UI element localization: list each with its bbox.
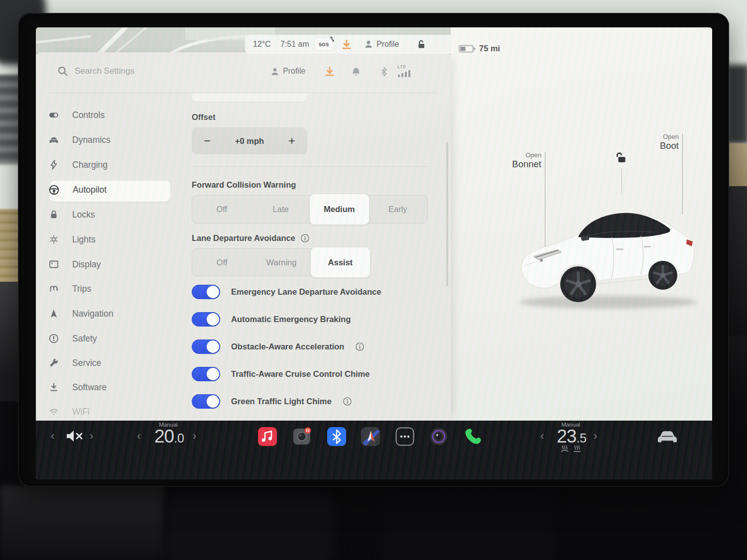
touchscreen-display: 12°C 7:51 am sos Profile [36, 27, 712, 479]
offset-increase-button[interactable]: + [276, 134, 307, 148]
header-update-icon[interactable] [324, 66, 336, 78]
notifications-bell-icon[interactable] [351, 66, 362, 77]
toggle-row: Traffic-Aware Cruise Control Chime [192, 366, 370, 381]
open-boot-small: Open [620, 133, 679, 140]
offset-decrease-button[interactable]: − [192, 134, 223, 148]
tacc-chime-toggle[interactable] [192, 367, 220, 381]
cabin-floor [0, 485, 164, 560]
open-bonnet-small: Open [481, 151, 541, 159]
more-apps-icon[interactable] [395, 427, 415, 447]
status-bar: 12°C 7:51 am sos Profile [245, 35, 451, 54]
settings-scrollbar[interactable] [446, 142, 448, 286]
sidebar-item-service[interactable]: Service [36, 353, 193, 373]
fcw-option-late[interactable]: Late [251, 196, 311, 223]
navigation-arrow-icon [48, 308, 59, 319]
toggle-knob [207, 340, 219, 353]
music-app-icon[interactable] [257, 427, 277, 447]
passenger-temp-down-chevron[interactable]: ‹ [540, 431, 544, 442]
vehicle-controls-icon[interactable] [655, 428, 679, 445]
toggle-knob [207, 313, 219, 326]
driver-temp-value[interactable]: 20.0 [149, 426, 189, 447]
scrolled-control-partial[interactable] [192, 93, 308, 102]
driver-temp-up-chevron[interactable]: › [193, 431, 196, 442]
driver-temp-down-chevron[interactable]: ‹ [137, 431, 140, 442]
green-light-chime-info-icon[interactable] [343, 397, 352, 406]
open-boot-button[interactable]: Open Boot [620, 133, 679, 151]
sidebar-item-label: Dynamics [72, 135, 111, 145]
software-update-icon[interactable] [341, 39, 353, 51]
sidebar-item-label: Navigation [72, 309, 114, 319]
sidebar-item-software[interactable]: Software [36, 377, 193, 397]
steering-wheel-icon [48, 184, 60, 196]
green-light-chime-toggle[interactable] [192, 394, 220, 409]
profile-menu[interactable]: Profile [376, 35, 399, 54]
toggle-label: Emergency Lane Departure Avoidance [231, 287, 381, 297]
sidebar-item-controls[interactable]: Controls [36, 105, 193, 125]
bluetooth-status-icon[interactable] [378, 66, 389, 77]
passenger-temp-value[interactable]: 23.5 [552, 426, 592, 447]
sidebar-item-charging[interactable]: Charging [36, 155, 193, 175]
passenger-temp-up-chevron[interactable]: › [594, 431, 597, 442]
volume-muted-icon[interactable] [64, 427, 84, 445]
lda-segmented-control: Off Warning Assist [192, 248, 370, 276]
navigation-app-icon[interactable] [361, 427, 380, 447]
header-profile-button[interactable]: Profile [283, 67, 305, 76]
car-unlocked-icon[interactable] [614, 151, 628, 165]
lights-icon [48, 234, 59, 245]
seat-silhouette-right [378, 489, 558, 560]
obstacle-aware-acceleration-toggle[interactable] [192, 339, 220, 354]
sidebar-item-label: Autopilot [73, 185, 107, 195]
sidebar-item-navigation[interactable]: Navigation [36, 304, 193, 324]
lte-label: LTE [397, 64, 417, 69]
sidebar-item-label: Display [72, 259, 101, 270]
toggle-label: Automatic Emergency Braking [231, 315, 351, 324]
sidebar-item-label: Charging [72, 160, 108, 170]
profile-person-icon[interactable] [364, 39, 374, 49]
signal-bars-icon [397, 69, 414, 77]
dashcam-app-icon[interactable] [292, 427, 312, 447]
toggle-row: Emergency Lane Departure Avoidance [192, 284, 381, 299]
bluetooth-app-icon[interactable] [327, 427, 347, 447]
trips-route-icon [48, 283, 59, 294]
sidebar-item-autopilot[interactable]: Autopilot [36, 180, 193, 200]
lda-option-warning[interactable]: Warning [251, 249, 311, 276]
sidebar-item-locks[interactable]: Locks [36, 205, 193, 224]
sidebar-item-label: Trips [72, 284, 91, 294]
battery-range: 75 mi [479, 44, 500, 53]
sidebar-item-trips[interactable]: Trips [36, 279, 193, 299]
sos-phone-icon [328, 36, 336, 44]
phone-app-icon[interactable] [462, 427, 482, 447]
lda-option-assist[interactable]: Assist [311, 247, 370, 277]
sidebar-item-safety[interactable]: Safety [36, 329, 193, 348]
driver-temp-fraction: .0 [174, 431, 184, 445]
toggle-knob [207, 368, 219, 380]
emergency-lane-departure-toggle[interactable] [192, 285, 220, 299]
unlocked-icon[interactable] [415, 39, 426, 50]
display-icon [48, 259, 59, 270]
cabin-dark-object-right [726, 65, 747, 144]
sidebar-item-label: Safety [72, 334, 97, 344]
search-input[interactable]: Search Settings [75, 66, 134, 76]
lte-signal: LTE [397, 64, 417, 79]
volume-down-chevron[interactable]: ‹ [51, 431, 54, 442]
open-bonnet-button[interactable]: Open Bonnet [481, 151, 541, 170]
fcw-option-medium[interactable]: Medium [310, 194, 369, 224]
fcw-option-off[interactable]: Off [192, 196, 251, 223]
lda-option-off[interactable]: Off [192, 249, 251, 276]
automatic-emergency-braking-toggle[interactable] [192, 312, 220, 327]
sidebar-item-lights[interactable]: Lights [36, 229, 193, 249]
passenger-temp-fraction: .5 [576, 431, 587, 445]
sos-indicator: sos [315, 38, 333, 50]
lda-info-icon[interactable] [300, 233, 310, 243]
sidebar-item-wifi[interactable]: WiFi [36, 402, 193, 422]
sidebar-item-display[interactable]: Display [36, 254, 193, 274]
offset-label: Offset [192, 112, 216, 122]
cabin-camera-app-icon[interactable] [429, 427, 449, 447]
obstacle-aware-info-icon[interactable] [355, 342, 365, 351]
photo-of-tesla-screen: 12°C 7:51 am sos Profile [0, 0, 747, 560]
volume-up-chevron[interactable]: › [90, 431, 93, 442]
fcw-option-early[interactable]: Early [369, 196, 428, 223]
service-wrench-icon [48, 357, 59, 368]
outside-temperature: 12°C [253, 35, 271, 54]
sidebar-item-dynamics[interactable]: Dynamics [36, 130, 193, 150]
